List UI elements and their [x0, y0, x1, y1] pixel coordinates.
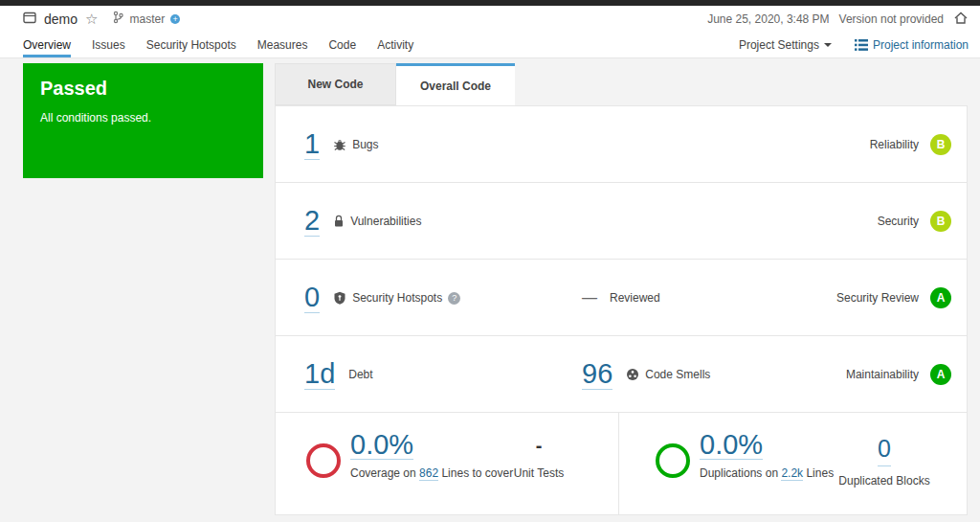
quality-gate-status: Passed	[40, 78, 246, 100]
overall-code-panel: 1 Bugs Reliability B 2 Vulnerabilities	[275, 105, 968, 515]
help-icon[interactable]: ?	[448, 292, 460, 305]
bugs-label: Bugs	[333, 138, 378, 151]
favorite-star-icon[interactable]: ☆	[85, 11, 98, 28]
duplications-ring-icon	[656, 443, 690, 478]
project-version: Version not provided	[839, 12, 944, 26]
unit-tests-measure: - Unit Tests	[481, 432, 596, 480]
hotspots-count-link[interactable]: 0	[304, 283, 320, 312]
caret-down-icon	[824, 43, 832, 47]
unit-tests-label: Unit Tests	[481, 466, 596, 480]
reviewed-label: Reviewed	[610, 291, 660, 305]
nav-item-activity[interactable]: Activity	[377, 32, 413, 57]
nav-item-overview[interactable]: Overview	[23, 32, 71, 57]
vulnerabilities-count-link[interactable]: 2	[304, 206, 320, 236]
project-settings-label: Project Settings	[739, 38, 819, 52]
security-hotspots-row: 0 Security Hotspots ? — Reviewed Securit…	[276, 260, 967, 336]
lines-to-cover-link[interactable]: 862	[419, 466, 438, 481]
branch-name: master	[129, 12, 165, 26]
debt-value-link[interactable]: 1d	[304, 359, 335, 389]
lock-icon	[333, 215, 345, 228]
project-information-label: Project information	[873, 38, 969, 52]
bottom-measures: 0.0% Coverage on 862 Lines to cover - Un…	[276, 413, 967, 514]
branch-icon	[113, 11, 123, 27]
security-rating-badge[interactable]: B	[930, 211, 951, 232]
quality-gate-panel: Passed All conditions passed.	[23, 63, 263, 178]
project-name: demo	[44, 11, 78, 27]
security-hotspot-icon	[333, 291, 346, 305]
unit-tests-value: -	[481, 432, 596, 459]
hotspots-label: Security Hotspots ?	[333, 291, 460, 305]
bugs-count-link[interactable]: 1	[304, 129, 320, 159]
duplicated-lines-link[interactable]: 2.2k	[781, 466, 803, 481]
maintainability-label: Maintainability	[846, 368, 919, 381]
nav-item-measures[interactable]: Measures	[257, 32, 308, 57]
tab-overall-code[interactable]: Overall Code	[396, 63, 515, 105]
code-smells-label: Code Smells	[626, 368, 710, 381]
home-icon[interactable]	[953, 11, 969, 28]
duplications-caption: Duplications on 2.2k Lines	[700, 466, 834, 480]
duplications-value-link[interactable]: 0.0%	[700, 430, 763, 460]
project-settings-dropdown[interactable]: Project Settings	[739, 38, 832, 52]
project-header: demo ☆ master + June 25, 2020, 3:48 PM V…	[0, 6, 980, 32]
maintainability-row: 1d Debt 96 Code Smells Maintainability A	[276, 336, 967, 413]
reliability-label: Reliability	[870, 138, 919, 151]
sonarqube-overview-page: demo ☆ master + June 25, 2020, 3:48 PM V…	[0, 0, 980, 522]
branch-status-icon[interactable]: +	[170, 14, 180, 24]
nav-item-code[interactable]: Code	[328, 32, 356, 57]
vulnerabilities-row: 2 Vulnerabilities Security B	[276, 183, 967, 260]
duplications-section: 0.0% Duplications on 2.2k Lines 0 Duplic…	[618, 413, 967, 514]
security-label: Security	[878, 215, 919, 228]
project-information-button[interactable]: Project information	[855, 38, 969, 52]
duplicated-blocks-value-link[interactable]: 0	[878, 432, 891, 466]
analysis-date: June 25, 2020, 3:48 PM	[707, 12, 829, 26]
code-smells-count-link[interactable]: 96	[582, 359, 612, 389]
project-nav: Overview Issues Security Hotspots Measur…	[0, 32, 980, 58]
coverage-ring-icon	[306, 443, 341, 478]
duplicated-blocks-measure: 0 Duplicated Blocks	[822, 432, 947, 488]
debt-label: Debt	[348, 368, 372, 381]
security-review-label: Security Review	[836, 291, 919, 305]
reviewed-value: —	[582, 289, 596, 306]
vulnerabilities-label: Vulnerabilities	[333, 215, 421, 228]
tab-new-code[interactable]: New Code	[275, 63, 396, 105]
duplicated-blocks-label: Duplicated Blocks	[822, 474, 947, 488]
quality-gate-description: All conditions passed.	[40, 111, 246, 125]
security-review-rating-badge[interactable]: A	[930, 287, 951, 308]
bug-icon	[333, 138, 346, 151]
code-smell-icon	[626, 368, 639, 381]
nav-item-security-hotspots[interactable]: Security Hotspots	[146, 32, 236, 57]
nav-item-issues[interactable]: Issues	[92, 32, 125, 57]
list-icon	[855, 39, 868, 51]
project-icon	[23, 11, 36, 27]
maintainability-rating-badge[interactable]: A	[930, 364, 951, 385]
coverage-section: 0.0% Coverage on 862 Lines to cover - Un…	[276, 413, 618, 514]
reliability-rating-badge[interactable]: B	[930, 134, 951, 155]
bugs-row: 1 Bugs Reliability B	[276, 106, 967, 183]
coverage-value-link[interactable]: 0.0%	[350, 430, 413, 460]
